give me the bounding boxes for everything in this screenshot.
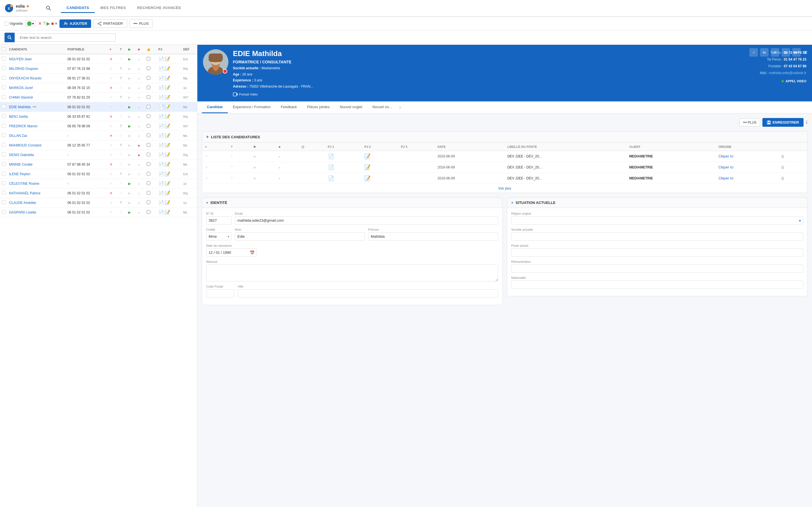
add-candidature-icon[interactable]: + [206,134,209,139]
cand-play-icon[interactable]: ▶ [254,176,256,180]
tab-experience-formation[interactable]: Experience / Formation [228,101,276,113]
thumb-checkbox[interactable] [147,66,150,70]
status-x-icon[interactable]: ✕ [110,105,112,109]
pdf-icon[interactable]: 📄 [158,133,164,138]
cand-origine-link[interactable]: Cliquer ici [718,154,733,158]
cand-q-icon[interactable]: ? [231,176,233,180]
row-checkbox[interactable] [2,162,6,166]
plus-button[interactable]: ••• PLUS [130,19,153,28]
candidate-name-link[interactable]: MILORAD Grayson [9,67,38,71]
status-play-icon[interactable]: ▶ [128,124,131,128]
filter-dropdown-icon[interactable]: ▾ [55,21,57,26]
status-sq-icon[interactable]: ■ [138,67,140,70]
status-play-icon[interactable]: ▶ [128,210,131,214]
cand-sq-icon[interactable]: ■ [278,177,280,180]
status-q-icon[interactable]: ? [120,210,122,214]
filter-q-icon[interactable]: ? [43,21,45,26]
doc-icon[interactable]: 📝 [165,114,170,119]
row-checkbox[interactable] [2,210,6,214]
status-q-icon[interactable]: ? [120,191,122,195]
tab-feedback[interactable]: Feedback [276,101,302,113]
pdf-icon[interactable]: 📄 [158,75,164,81]
thumb-checkbox[interactable] [147,181,150,185]
status-x-icon[interactable]: ✕ [110,86,112,90]
row-checkbox[interactable] [2,181,6,185]
enregistrer-button[interactable]: ENREGISTRER [762,118,804,127]
row-checkbox[interactable] [2,172,6,175]
row-checkbox[interactable] [2,105,6,108]
cand-q-icon[interactable]: ? [231,165,233,169]
thumb-checkbox[interactable] [147,105,150,108]
thumb-checkbox[interactable] [147,191,150,194]
candidate-name-link[interactable]: MARKOS Jozef [9,86,33,90]
cand-x-icon[interactable]: ✕ [205,165,208,169]
vignette-checkbox[interactable] [4,22,8,25]
nid-input[interactable] [206,216,232,224]
cand-pdf-icon[interactable]: 📄 [328,175,334,181]
doc-icon[interactable]: 📝 [165,133,170,138]
remuneration-input[interactable] [511,265,803,273]
status-sq-icon[interactable]: ■ [138,96,140,99]
status-q-icon[interactable]: ? [120,115,122,119]
row-checkbox[interactable] [2,76,6,80]
row-checkbox[interactable] [2,114,6,118]
candidate-name-link[interactable]: ILENE Peyton [9,172,30,176]
status-q-icon[interactable]: ? [120,76,122,80]
candidate-name-link[interactable]: ONYEKACHI Ricardo [9,76,42,80]
tab-nouvel-onglet-1[interactable]: Nouvel onglet [335,101,367,113]
doc-icon[interactable]: 📝 [165,56,170,62]
cand-x-icon[interactable]: ✕ [205,154,208,158]
status-sq-icon[interactable]: ■ [138,154,140,157]
pdf-icon[interactable]: 📄 [158,95,164,100]
pdf-icon[interactable]: 📄 [158,85,164,91]
status-sq-icon[interactable]: ■ [138,163,140,166]
poste-actuel-input[interactable] [511,248,803,257]
pdf-icon[interactable]: 📄 [158,162,164,167]
cand-pdf-icon[interactable]: 📄 [328,154,334,159]
email-link[interactable]: mathilda.edie@outlook.fr [769,71,806,75]
candidate-name-link[interactable]: CHIMA Stanimir [9,96,33,100]
status-q-icon[interactable]: ? [120,124,122,128]
doc-icon[interactable]: 📝 [165,85,170,91]
thumb-checkbox[interactable] [147,124,150,128]
dob-input[interactable] [206,248,257,257]
thumb-checkbox[interactable] [147,210,150,214]
candidate-name-link[interactable]: MAHMOUD Constant [9,144,42,147]
cand-sq-icon[interactable]: ■ [278,166,280,169]
tab-scroll-right[interactable]: › [397,101,403,113]
row-checkbox[interactable] [2,200,6,204]
table-row[interactable]: CLAUDE Amédée 06 01 02 01 02 ✕ ? ▶ ■ 📄 📝… [0,198,197,208]
cand-play-icon[interactable]: ▶ [254,154,256,158]
status-sq-icon[interactable]: ■ [138,211,140,214]
row-checkbox[interactable] [2,133,6,137]
status-sq-icon[interactable]: ■ [138,77,140,80]
status-play-icon[interactable]: ▶ [128,105,131,109]
tab-candidats[interactable]: CANDIDATS [61,3,95,13]
row-checkbox[interactable] [2,152,6,156]
info-icon[interactable]: ℹ [806,120,808,125]
more-options-icon-button[interactable]: ••• [792,48,801,57]
thumb-checkbox[interactable] [147,201,150,204]
filter-x-icon[interactable]: ✕ [38,21,42,26]
cand-delete-icon[interactable]: 🗑 [781,154,784,159]
candidate-name-link[interactable]: NGUYEN Jean [9,57,32,61]
doc-icon[interactable]: 📝 [165,162,170,167]
table-row[interactable]: NATHANAËL Patrice 06 01 02 01 02 ✕ ? ▶ ■… [0,188,197,198]
status-sq-icon[interactable]: ■ [138,58,140,61]
tab-nouvel-onglet-2[interactable]: Nouvel on... [367,101,397,113]
appel-video-link[interactable]: APPEL VIDEO [785,78,806,84]
table-row[interactable]: BENJ Joetta 06 33 65 87 91 ✕ ? ▶ ■ 📄 📝 R… [0,112,197,121]
ville-input[interactable] [238,289,498,297]
table-row[interactable]: NGUYEN Jean 06 01 02 01 02 ✕ ? ▶ ■ 📄 📝 E… [0,54,197,64]
thumb-checkbox[interactable] [147,57,150,61]
cand-play-icon[interactable]: ▶ [254,165,256,169]
row-checkbox[interactable] [2,191,6,194]
select-all-checkbox[interactable] [2,47,6,51]
candidature-row[interactable]: ✕ ? ▶ ■ 📄 📝 2016-06-09 DEV J2EE - DEV_20… [202,151,807,162]
status-q-icon[interactable]: ? [120,201,122,205]
status-x-icon[interactable]: ✕ [110,96,112,100]
thumb-checkbox[interactable] [147,76,150,80]
status-x-icon[interactable]: ✕ [110,182,112,186]
pdf-icon[interactable]: 📄 [158,200,164,205]
table-row[interactable]: DENIS Gabriella - ✕ ? ▶ ■ 📄 📝 Rej [0,150,197,160]
